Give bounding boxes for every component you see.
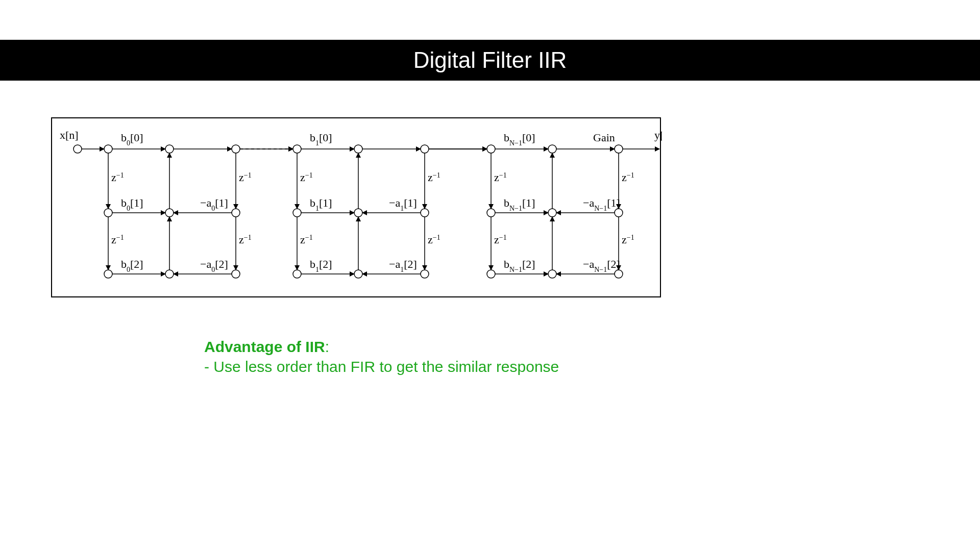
svg-point-74 (615, 270, 623, 278)
svg-text:z−1: z−1 (622, 171, 634, 184)
svg-text:−a0[2]: −a0[2] (200, 258, 228, 273)
svg-text:z−1: z−1 (111, 171, 124, 184)
svg-point-37 (293, 209, 301, 217)
svg-point-42 (421, 270, 429, 278)
svg-text:−aN−1[2]: −aN−1[2] (583, 258, 620, 273)
svg-point-39 (421, 209, 429, 217)
svg-point-3 (165, 145, 174, 153)
svg-text:z−1: z−1 (494, 233, 507, 246)
svg-text:z−1: z−1 (239, 171, 252, 184)
svg-text:b0[1]: b0[1] (121, 196, 143, 212)
svg-point-72 (487, 270, 495, 278)
svg-point-41 (354, 270, 362, 278)
advantage-text: Advantage of IIR: - Use less order than … (204, 337, 559, 377)
svg-text:b1[1]: b1[1] (310, 196, 332, 212)
page-title: Digital Filter IIR (413, 47, 567, 73)
svg-text:z−1: z−1 (300, 233, 313, 246)
svg-point-71 (615, 209, 623, 217)
svg-text:−a1[1]: −a1[1] (389, 196, 417, 212)
svg-text:z−1: z−1 (300, 171, 313, 184)
svg-point-0 (74, 145, 82, 153)
svg-text:z−1: z−1 (428, 233, 440, 246)
svg-point-8 (104, 270, 112, 278)
svg-text:bN−1[2]: bN−1[2] (504, 258, 535, 273)
svg-text:z−1: z−1 (428, 171, 440, 184)
svg-point-38 (354, 209, 362, 217)
svg-point-10 (232, 270, 240, 278)
svg-point-34 (293, 145, 301, 153)
svg-text:y[n]: y[n] (654, 129, 662, 141)
svg-point-68 (615, 145, 623, 153)
svg-text:b0[0]: b0[0] (121, 131, 143, 147)
svg-text:b1[0]: b1[0] (310, 131, 332, 147)
svg-point-4 (232, 145, 240, 153)
advantage-bullet: - Use less order than FIR to get the sim… (204, 358, 559, 375)
svg-text:z−1: z−1 (622, 233, 634, 246)
svg-text:x[n]: x[n] (60, 129, 79, 141)
svg-point-5 (104, 209, 112, 217)
svg-text:z−1: z−1 (239, 233, 252, 246)
svg-point-7 (232, 209, 240, 217)
svg-point-35 (354, 145, 362, 153)
svg-text:bN−1[1]: bN−1[1] (504, 196, 535, 212)
svg-point-66 (487, 145, 495, 153)
svg-point-69 (487, 209, 495, 217)
svg-point-9 (165, 270, 174, 278)
svg-text:z−1: z−1 (494, 171, 507, 184)
svg-point-73 (548, 270, 556, 278)
svg-point-70 (548, 209, 556, 217)
svg-point-6 (165, 209, 174, 217)
svg-text:Gain: Gain (593, 131, 615, 144)
svg-text:−a1[2]: −a1[2] (389, 258, 417, 273)
iir-diagram: x[n]b0[0]z−1z−1z−1z−1b0[1]−a0[1]b0[2]−a0… (51, 117, 661, 297)
svg-point-36 (421, 145, 429, 153)
svg-text:z−1: z−1 (111, 233, 124, 246)
advantage-heading: Advantage of IIR (204, 338, 325, 355)
svg-point-2 (104, 145, 112, 153)
svg-text:bN−1[0]: bN−1[0] (504, 131, 535, 147)
svg-text:b1[2]: b1[2] (310, 258, 332, 273)
title-bar: Digital Filter IIR (0, 40, 980, 81)
svg-text:b0[2]: b0[2] (121, 258, 143, 273)
svg-text:−a0[1]: −a0[1] (200, 196, 228, 212)
svg-point-40 (293, 270, 301, 278)
svg-point-67 (548, 145, 556, 153)
svg-text:−aN−1[1]: −aN−1[1] (583, 196, 620, 212)
